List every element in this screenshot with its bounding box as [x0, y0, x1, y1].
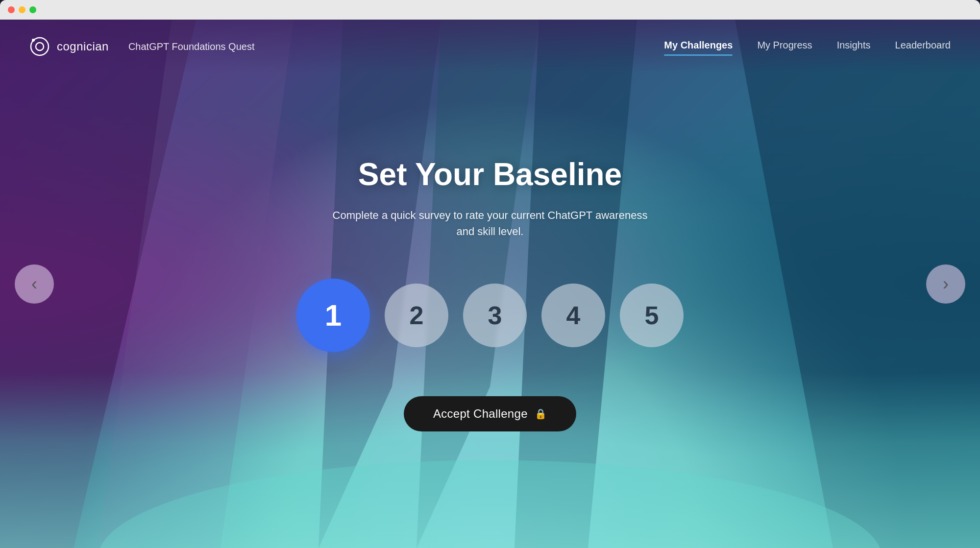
close-button[interactable] [8, 6, 15, 13]
accept-challenge-label: Accept Challenge [433, 407, 528, 421]
nav-insights[interactable]: Insights [837, 40, 871, 54]
challenge-subtitle: Complete a quick survey to rate your cur… [333, 207, 648, 239]
steps-row: 1 2 3 4 5 [296, 279, 684, 352]
nav-my-progress[interactable]: My Progress [757, 40, 812, 54]
lock-icon: 🔒 [535, 408, 547, 420]
logo-icon [29, 36, 50, 57]
step-1[interactable]: 1 [296, 279, 370, 352]
logo-text: cognician [57, 40, 109, 53]
window-chrome [0, 0, 980, 20]
step-3[interactable]: 3 [463, 284, 527, 347]
logo-area: cognician [29, 36, 109, 57]
quest-title: ChatGPT Foundations Quest [128, 41, 255, 52]
nav-my-challenges[interactable]: My Challenges [664, 40, 733, 54]
challenge-title: Set Your Baseline [358, 156, 622, 192]
svg-point-9 [36, 43, 44, 50]
minimize-button[interactable] [19, 6, 25, 13]
nav-links: My Challenges My Progress Insights Leade… [664, 40, 951, 54]
nav-leaderboard[interactable]: Leaderboard [895, 40, 951, 54]
navbar: cognician ChatGPT Foundations Quest My C… [0, 20, 980, 73]
step-5[interactable]: 5 [620, 284, 684, 347]
right-chevron-icon: › [943, 275, 949, 293]
svg-point-10 [32, 39, 35, 42]
step-4[interactable]: 4 [541, 284, 605, 347]
main-content: Set Your Baseline Complete a quick surve… [0, 20, 980, 548]
step-2[interactable]: 2 [385, 284, 448, 347]
accept-challenge-button[interactable]: Accept Challenge 🔒 [404, 396, 576, 431]
maximize-button[interactable] [29, 6, 36, 13]
prev-arrow-button[interactable]: ‹ [15, 264, 54, 304]
next-arrow-button[interactable]: › [926, 264, 965, 304]
left-chevron-icon: ‹ [31, 275, 37, 293]
app-container: cognician ChatGPT Foundations Quest My C… [0, 20, 980, 548]
